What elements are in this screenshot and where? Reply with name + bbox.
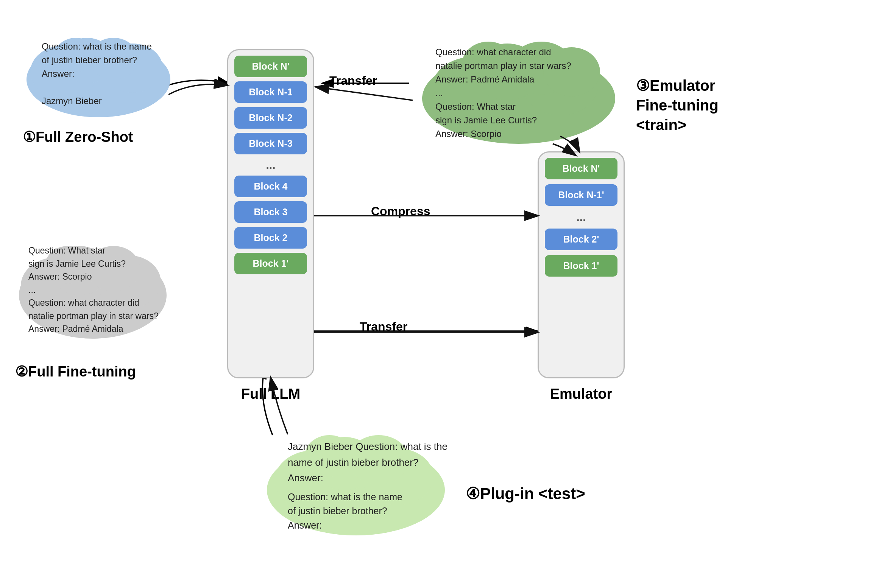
cloud-gray-text: Question: What star sign is Jamie Lee Cu… — [28, 244, 159, 336]
block-n-prime-emulator: Block N' — [545, 158, 617, 179]
cloud-green-top-text: Question: what character did natalie por… — [435, 45, 571, 141]
label-full-zero-shot: ①Full Zero-Shot — [23, 129, 133, 145]
block-4-llm: Block 4 — [234, 176, 307, 197]
label-emulator: Emulator — [530, 386, 632, 402]
block-2-prime-emulator: Block 2' — [545, 229, 617, 250]
cloud-gray-bottom-left: Question: What star sign is Jamie Lee Cu… — [11, 227, 174, 350]
block-2-llm: Block 2 — [234, 227, 307, 249]
block-dots-emulator: ... — [545, 211, 617, 224]
label-full-llm: Full LLM — [220, 386, 322, 402]
block-n-minus-3-llm: Block N-3 — [234, 133, 307, 154]
emulator-container: Block N' Block N-1' ... Block 2' Block 1… — [538, 151, 625, 378]
block-n-minus-1-llm: Block N-1 — [234, 81, 307, 103]
cloud-green-bottom-right: Jazmyn Bieber Question: what is the name… — [257, 416, 454, 546]
block-n-minus-1-prime-emulator: Block N-1' — [545, 184, 617, 206]
cloud-blue-top-left: Question: what is the name of justin bie… — [19, 19, 178, 126]
block-n-minus-2-llm: Block N-2 — [234, 107, 307, 129]
block-dots-llm-top: ... — [234, 159, 307, 171]
block-3-llm: Block 3 — [234, 201, 307, 223]
label-plugin-test: ④Plug-in <test> — [466, 484, 585, 503]
cloud-blue-text: Question: what is the name of justin bie… — [42, 40, 152, 108]
label-full-fine-tuning: ②Full Fine-tuning — [15, 363, 136, 380]
cloud-green-top-right: Question: what character did natalie por… — [413, 23, 625, 153]
label-emulator-fine-tuning: ③Emulator Fine-tuning <train> — [636, 76, 719, 135]
arrow-label-transfer-bottom: Transfer — [360, 320, 407, 334]
block-1-prime-llm: Block 1' — [234, 253, 307, 274]
block-1-prime-emulator: Block 1' — [545, 255, 617, 277]
arrow-label-transfer-top: Transfer — [329, 74, 377, 88]
arrow-label-compress: Compress — [371, 204, 430, 218]
cloud-green-bottom-text: Jazmyn Bieber Question: what is the name… — [288, 439, 454, 532]
block-n-prime-llm: Block N' — [234, 56, 307, 77]
llm-container: Block N' Block N-1 Block N-2 Block N-3 .… — [227, 49, 314, 378]
